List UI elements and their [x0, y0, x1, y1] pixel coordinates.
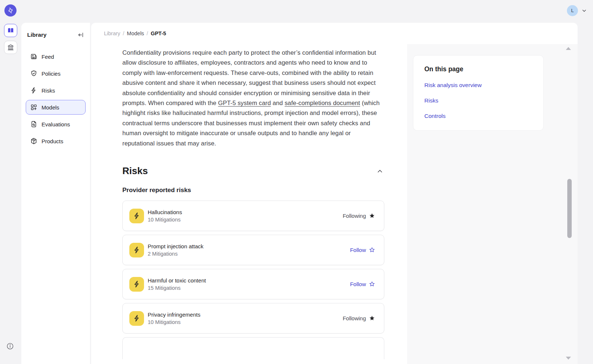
sidebar-item-products[interactable]: Products — [26, 134, 86, 148]
toc-title: On this page — [424, 65, 535, 73]
sidebar-title: Library — [27, 32, 47, 38]
page-panel: Library / Models / GPT-5 Confidentiality… — [91, 23, 578, 364]
follow-label: Follow — [350, 247, 366, 253]
breadcrumb-models[interactable]: Models — [127, 30, 144, 36]
risk-title: Privacy infringements — [148, 311, 200, 318]
risk-card-partial[interactable] — [122, 337, 384, 359]
safe-completions-document-link[interactable]: safe-completions document — [285, 100, 360, 107]
user-menu[interactable]: L — [567, 5, 587, 16]
risk-icon-tile — [129, 311, 144, 326]
sidebar-item-label: Risks — [42, 87, 55, 94]
follow-toggle[interactable]: Follow — [350, 247, 375, 253]
rail-institution-button[interactable] — [4, 41, 17, 54]
avatar[interactable]: L — [567, 5, 578, 16]
provider-reported-risks-subtitle: Provider reported risks — [122, 187, 384, 194]
lightning-icon — [30, 87, 37, 94]
breadcrumb-separator: / — [123, 30, 124, 36]
grid-plus-icon — [30, 104, 37, 111]
collapse-risks-section-button[interactable] — [375, 167, 384, 176]
bank-icon — [7, 44, 14, 51]
star-outline-icon — [369, 247, 375, 253]
sidebar-item-label: Policies — [42, 71, 61, 77]
risk-card-list: Hallucinations 10 Mitigations Following — [122, 201, 384, 359]
open-book-icon — [7, 27, 14, 34]
star-outline-icon — [369, 281, 375, 287]
article-column: Confidentiality provisions require each … — [91, 44, 407, 364]
app-body: Library Feed Policies — [0, 21, 593, 364]
risk-mitigations-count: 15 Mitigations — [148, 285, 206, 291]
risk-analysis-paragraph: Confidentiality provisions require each … — [122, 48, 384, 148]
breadcrumb-current-gpt5: GPT-5 — [151, 30, 166, 36]
on-this-page-card: On this page Risk analysis overview Risk… — [413, 55, 544, 131]
risk-card-privacy-infringements[interactable]: Privacy infringements 10 Mitigations Fol… — [122, 303, 384, 334]
lightning-icon — [133, 212, 141, 220]
sidebar-item-models[interactable]: Models — [26, 100, 86, 115]
sidebar-item-label: Products — [42, 138, 63, 144]
breadcrumb-separator: / — [147, 30, 148, 36]
shield-check-icon — [30, 70, 37, 77]
scroll-up-button[interactable] — [566, 47, 571, 50]
info-icon — [6, 342, 14, 350]
logo-squiggle-icon — [7, 7, 14, 14]
risk-title: Harmful or toxic content — [148, 277, 206, 284]
sidebar-item-feed[interactable]: Feed — [26, 49, 86, 64]
risk-icon-tile — [129, 243, 144, 257]
lightning-icon — [133, 314, 141, 322]
follow-toggle[interactable]: Following — [343, 315, 375, 321]
file-search-icon — [30, 120, 37, 128]
sidebar-item-risks[interactable]: Risks — [26, 83, 86, 98]
risks-section-title: Risks — [122, 165, 148, 177]
sidebar-item-label: Feed — [42, 54, 54, 60]
risk-title: Hallucinations — [148, 209, 182, 215]
chevron-up-icon — [376, 167, 384, 175]
risk-icon-tile — [129, 277, 144, 292]
lightning-icon — [133, 280, 141, 288]
info-button[interactable] — [6, 342, 14, 350]
app-logo[interactable] — [4, 4, 17, 17]
follow-toggle[interactable]: Follow — [350, 281, 375, 287]
library-sidebar: Library Feed Policies — [21, 23, 90, 364]
toc-link-risk-analysis-overview[interactable]: Risk analysis overview — [424, 82, 535, 89]
top-bar: L — [0, 0, 593, 21]
toc-column: On this page Risk analysis overview Risk… — [407, 44, 578, 364]
sidebar-item-evaluations[interactable]: Evaluations — [26, 117, 86, 131]
scrollbar-thumb[interactable] — [567, 179, 572, 238]
star-filled-icon — [369, 315, 375, 321]
breadcrumb: Library / Models / GPT-5 — [91, 23, 578, 44]
risk-mitigations-count: 10 Mitigations — [148, 217, 182, 223]
sidebar-item-label: Models — [42, 104, 59, 111]
gpt5-system-card-link[interactable]: GPT-5 system card — [218, 100, 271, 107]
risk-icon-tile — [129, 209, 144, 223]
follow-toggle[interactable]: Following — [343, 213, 375, 219]
risk-card-prompt-injection[interactable]: Prompt injection attack 2 Mitigations Fo… — [122, 235, 384, 265]
star-filled-icon — [369, 213, 375, 219]
toc-link-risks[interactable]: Risks — [424, 97, 535, 104]
newspaper-icon — [30, 53, 37, 60]
scroll-down-button[interactable] — [566, 357, 571, 360]
risk-mitigations-count: 2 Mitigations — [148, 251, 204, 257]
sidebar-item-policies[interactable]: Policies — [26, 66, 86, 81]
follow-label: Following — [343, 213, 366, 219]
risk-card-hallucinations[interactable]: Hallucinations 10 Mitigations Following — [122, 201, 384, 231]
breadcrumb-library[interactable]: Library — [104, 30, 120, 36]
risk-title: Prompt injection attack — [148, 243, 204, 249]
follow-label: Follow — [350, 281, 366, 287]
rail-library-button[interactable] — [4, 24, 17, 37]
icon-rail — [0, 23, 21, 364]
sidebar-item-label: Evaluations — [42, 121, 70, 127]
toc-link-controls[interactable]: Controls — [424, 113, 535, 119]
follow-label: Following — [343, 315, 366, 321]
package-icon — [30, 137, 37, 145]
chevron-down-icon[interactable] — [581, 8, 587, 14]
lightning-icon — [133, 246, 141, 254]
risk-card-harmful-content[interactable]: Harmful or toxic content 15 Mitigations … — [122, 269, 384, 299]
collapse-sidebar-icon[interactable] — [78, 32, 84, 38]
risk-mitigations-count: 10 Mitigations — [148, 319, 200, 325]
